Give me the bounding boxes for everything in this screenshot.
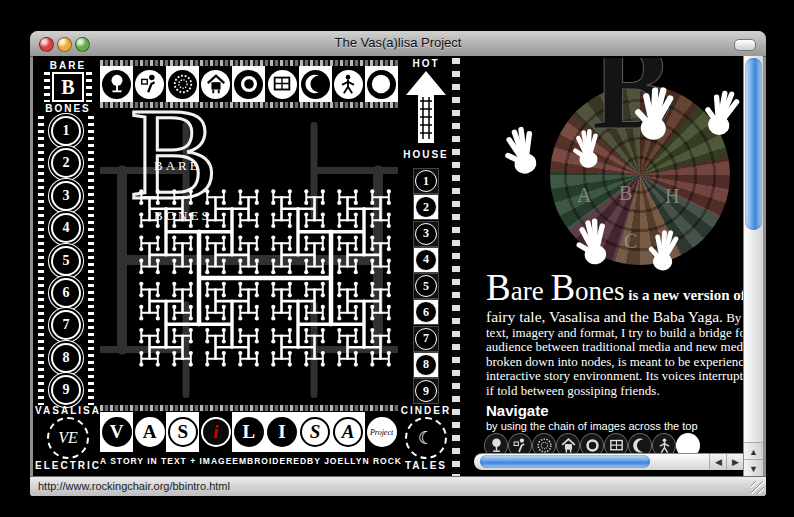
chapter-icon-link[interactable] xyxy=(332,66,365,102)
navigate-icon xyxy=(488,437,505,454)
vertical-scrollbar-thumb[interactable] xyxy=(745,58,762,230)
top-image-chain xyxy=(100,60,398,110)
navigate-icon xyxy=(680,437,697,454)
chapter-number-link[interactable]: 1 xyxy=(413,168,439,194)
chapter-number-link[interactable]: 4 xyxy=(413,247,439,273)
chapter-icon-link[interactable] xyxy=(299,66,332,102)
chapter-number-list: 123456789 xyxy=(46,116,86,405)
chapter-number: 7 xyxy=(415,328,437,350)
chapter-icon-link[interactable] xyxy=(199,66,232,102)
intro-paragraph: fairy tale, Vasalisa and the Baba Yaga. … xyxy=(486,310,745,399)
browser-content: BARE B BONES xyxy=(33,56,763,477)
chapter-number-link[interactable]: 7 xyxy=(413,326,439,352)
paragraph-line: audience between traditional media and n… xyxy=(486,340,745,355)
scroll-left-arrow[interactable]: ◀ xyxy=(709,454,727,470)
hot-house-link[interactable]: HOT HOUSE xyxy=(400,58,452,166)
ornate-letter: V xyxy=(102,417,132,447)
ornate-letter: i xyxy=(201,417,231,447)
bare-bones-map-frame: BARE B BONES xyxy=(36,58,460,476)
chain-border xyxy=(38,116,44,405)
vertical-scrollbar[interactable]: ▲ ▼ xyxy=(743,56,763,477)
left-chapter-column: 123456789 xyxy=(38,116,94,405)
chapter-number-link[interactable]: 6 xyxy=(413,299,439,325)
ornate-letter-tile: S xyxy=(299,412,332,452)
chapter-number-link[interactable]: 2 xyxy=(413,194,439,220)
navigate-icon xyxy=(560,437,577,454)
hand-icon xyxy=(697,82,745,143)
chapter-number-link[interactable]: 7 xyxy=(51,310,81,340)
status-url: http://www.rockingchair.org/bbintro.html xyxy=(38,480,230,492)
horizontal-scrollbar-thumb[interactable] xyxy=(480,455,650,468)
chapter-number-link[interactable]: 3 xyxy=(51,181,81,211)
chain-border xyxy=(44,72,50,102)
chapter-icon-link[interactable] xyxy=(365,66,398,102)
cinder-tales-link[interactable]: CINDER ☾ TALES xyxy=(400,405,452,473)
chapter-icon-link[interactable] xyxy=(166,66,199,102)
chapter-icon xyxy=(172,73,194,95)
ornate-letter: S xyxy=(168,417,198,447)
subtitle-left: A STORY IN TEXT + IMAGE xyxy=(100,456,232,466)
letter-b-tile: B xyxy=(52,72,84,102)
corner-label: HOT xyxy=(412,58,439,69)
chapter-icon xyxy=(238,73,260,95)
corner-label: ELECTRIC xyxy=(35,460,101,471)
ornate-letter: A xyxy=(333,417,363,447)
vasalisa-electric-link[interactable]: VASALISA VE ELECTRIC xyxy=(38,405,98,473)
subtitle-mid: EMBROIDERED xyxy=(232,456,307,466)
scroll-right-arrow[interactable]: ▶ xyxy=(726,454,744,470)
chapter-icon xyxy=(139,73,161,95)
chapter-number: 2 xyxy=(415,196,437,218)
chapter-number-link[interactable]: 6 xyxy=(51,278,81,308)
navigate-icon xyxy=(512,437,529,454)
scroll-up-arrow[interactable]: ▲ xyxy=(744,442,763,460)
bare-bones-corner-link[interactable]: BARE B BONES xyxy=(38,60,98,114)
chapter-number-link[interactable]: 9 xyxy=(413,378,439,404)
status-bar: http://www.rockingchair.org/bbintro.html xyxy=(30,476,766,496)
moon-logo: ☾ xyxy=(405,417,447,459)
toolbar-toggle-button[interactable] xyxy=(734,39,756,51)
navigate-subtext: by using the chain of images across the … xyxy=(486,420,698,432)
chapter-number: 1 xyxy=(415,170,437,192)
weave-border xyxy=(100,405,398,411)
resize-grip[interactable] xyxy=(751,481,764,494)
hand-icon xyxy=(496,120,547,180)
chapter-number: 5 xyxy=(415,275,437,297)
chapter-number-link[interactable]: 9 xyxy=(51,375,81,405)
chapter-icon-link[interactable] xyxy=(265,66,298,102)
paragraph-line: interactive story environment. Its voice… xyxy=(486,369,745,384)
ornate-letter-tile: I xyxy=(265,412,298,452)
chapter-number-link[interactable]: 1 xyxy=(51,116,81,146)
corner-label: VASALISA xyxy=(35,405,101,416)
chapter-number-link[interactable]: 4 xyxy=(51,213,81,243)
bare-word: BARE xyxy=(154,158,201,174)
project-badge: Project xyxy=(365,412,398,452)
navigate-icon xyxy=(656,437,673,454)
navigate-icon xyxy=(632,437,649,454)
paragraph-line: fairy tale, Vasalisa and the Baba Yaga. … xyxy=(486,310,745,326)
vasilisa-letters: V A S i L I S A xyxy=(100,412,398,452)
house-arrow-icon xyxy=(404,69,448,149)
chapter-icon-link[interactable] xyxy=(133,66,166,102)
scroll-down-arrow[interactable]: ▼ xyxy=(744,459,763,477)
title-bar[interactable]: The Vas(a)lisa Project xyxy=(30,31,766,57)
chapter-icon xyxy=(304,73,326,95)
chapter-number-link[interactable]: 2 xyxy=(51,148,81,178)
corner-label: HOUSE xyxy=(403,149,449,160)
right-chapter-column: 1 2 3 4 5 6 7 8 9 xyxy=(400,168,452,404)
horizontal-scrollbar[interactable]: ◀ ▶ xyxy=(474,453,745,470)
paragraph-line: text, imagery and format, I try to build… xyxy=(486,326,745,341)
chapter-icon-link[interactable] xyxy=(232,66,265,102)
chapter-number-link[interactable]: 5 xyxy=(413,273,439,299)
chapter-number-link[interactable]: 8 xyxy=(51,343,81,373)
chapter-number: 4 xyxy=(415,249,437,271)
paragraph-lines: text, imagery and format, I try to build… xyxy=(486,326,745,399)
chapter-number-link[interactable]: 5 xyxy=(51,246,81,276)
chapter-icon xyxy=(271,73,293,95)
navigate-icon xyxy=(536,437,553,454)
chapter-number-link[interactable]: 8 xyxy=(413,352,439,378)
chapter-icon-link[interactable] xyxy=(100,66,133,102)
navigate-heading: Navigate xyxy=(486,402,549,419)
chapter-number-link[interactable]: 3 xyxy=(413,221,439,247)
chapter-number: 6 xyxy=(415,301,437,323)
navigate-icon xyxy=(608,437,625,454)
